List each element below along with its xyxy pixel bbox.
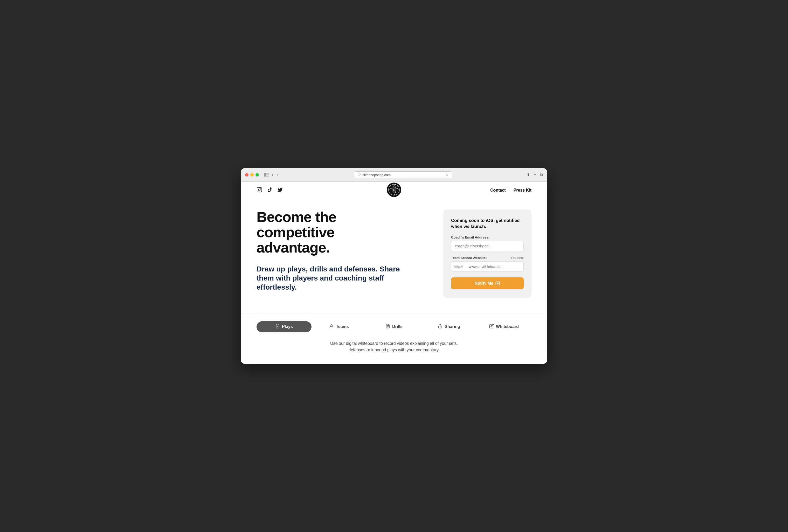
plays-icon <box>275 324 280 330</box>
contact-link[interactable]: Contact <box>490 188 506 192</box>
svg-rect-2 <box>267 175 269 175</box>
feature-description-text: Use our digital whiteboard to record vid… <box>257 340 531 353</box>
svg-point-15 <box>331 325 332 326</box>
tab-teams-label: Teams <box>336 324 349 329</box>
svg-rect-1 <box>267 173 269 174</box>
browser-controls: ‹ › <box>264 172 279 177</box>
hero-headline: Become the competitive advantage. <box>257 209 402 255</box>
logo: E <box>386 182 402 199</box>
press-kit-link[interactable]: Press Kit <box>514 188 531 192</box>
tab-sharing-label: Sharing <box>445 324 460 329</box>
feature-tabs: Plays Teams <box>241 313 547 337</box>
hero-subheadline: Draw up plays, drills and defenses. Shar… <box>257 264 402 292</box>
signup-card: Coming soon to iOS, get notified when we… <box>443 209 531 298</box>
whiteboard-icon <box>489 324 494 330</box>
email-icon <box>495 281 500 286</box>
url-text: elitehoopsapp.com <box>362 173 391 177</box>
svg-text:E: E <box>393 188 395 192</box>
forward-button[interactable]: › <box>276 172 280 177</box>
main-nav: Contact Press Kit <box>490 188 531 192</box>
browser-window: ‹ › 🛡 elitehoopsapp.com ↻ ⬆ + ⧉ <box>241 168 547 364</box>
fullscreen-button[interactable] <box>256 173 259 177</box>
minimize-button[interactable] <box>250 173 254 177</box>
svg-point-6 <box>260 188 261 189</box>
browser-chrome: ‹ › 🛡 elitehoopsapp.com ↻ ⬆ + ⧉ <box>241 168 547 182</box>
tab-plays-label: Plays <box>282 324 293 329</box>
website-label-row: Team/School Website: Optional <box>451 256 524 260</box>
tab-teams[interactable]: Teams <box>312 321 367 332</box>
address-bar: 🛡 elitehoopsapp.com ↻ <box>282 171 524 178</box>
hero-section: Become the competitive advantage. Draw u… <box>241 199 547 313</box>
tabs-icon[interactable]: ⧉ <box>540 172 543 177</box>
new-tab-icon[interactable]: + <box>534 172 536 178</box>
url-prefix: http:// <box>451 261 466 272</box>
email-input[interactable] <box>451 241 524 251</box>
tab-drills-label: Drills <box>392 324 402 329</box>
signup-card-title: Coming soon to iOS, get notified when we… <box>451 218 524 230</box>
website-input[interactable] <box>466 261 524 272</box>
svg-rect-0 <box>264 173 266 177</box>
url-input-row: http:// <box>451 261 524 272</box>
page-content: E Contact Press Kit Become the competiti… <box>241 182 547 364</box>
drills-icon <box>386 324 390 330</box>
tab-sharing[interactable]: Sharing <box>421 321 476 332</box>
url-bar[interactable]: 🛡 elitehoopsapp.com ↻ <box>354 171 452 178</box>
back-button[interactable]: ‹ <box>271 172 274 177</box>
email-label: Coach's Email Address: <box>451 236 524 239</box>
tab-drills[interactable]: Drills <box>367 321 421 332</box>
sidebar-toggle-button[interactable] <box>264 173 269 177</box>
svg-rect-10 <box>496 282 500 285</box>
tab-whiteboard[interactable]: Whiteboard <box>476 321 531 332</box>
twitter-link[interactable] <box>277 187 283 194</box>
hero-text: Become the competitive advantage. Draw u… <box>257 209 402 292</box>
site-header: E Contact Press Kit <box>241 182 547 199</box>
browser-right-controls: ⬆ + ⧉ <box>527 172 543 178</box>
sharing-icon <box>438 324 442 330</box>
teams-icon <box>329 324 334 330</box>
reload-icon[interactable]: ↻ <box>446 173 449 177</box>
social-icons <box>257 187 283 194</box>
privacy-icon: 🛡 <box>358 173 361 177</box>
tab-whiteboard-label: Whiteboard <box>496 324 519 329</box>
feature-description: Use our digital whiteboard to record vid… <box>241 337 547 364</box>
instagram-link[interactable] <box>257 187 262 194</box>
notify-me-button[interactable]: Notify Me <box>451 278 524 289</box>
website-label: Team/School Website: <box>451 256 487 260</box>
share-icon[interactable]: ⬆ <box>527 172 530 177</box>
svg-rect-4 <box>257 187 262 192</box>
close-button[interactable] <box>245 173 249 177</box>
svg-rect-3 <box>267 176 269 177</box>
tab-plays[interactable]: Plays <box>257 321 312 332</box>
optional-label: Optional <box>511 256 524 260</box>
notify-me-label: Notify Me <box>475 281 493 286</box>
tiktok-link[interactable] <box>267 187 273 194</box>
svg-point-5 <box>258 189 260 190</box>
traffic-lights <box>245 173 259 177</box>
